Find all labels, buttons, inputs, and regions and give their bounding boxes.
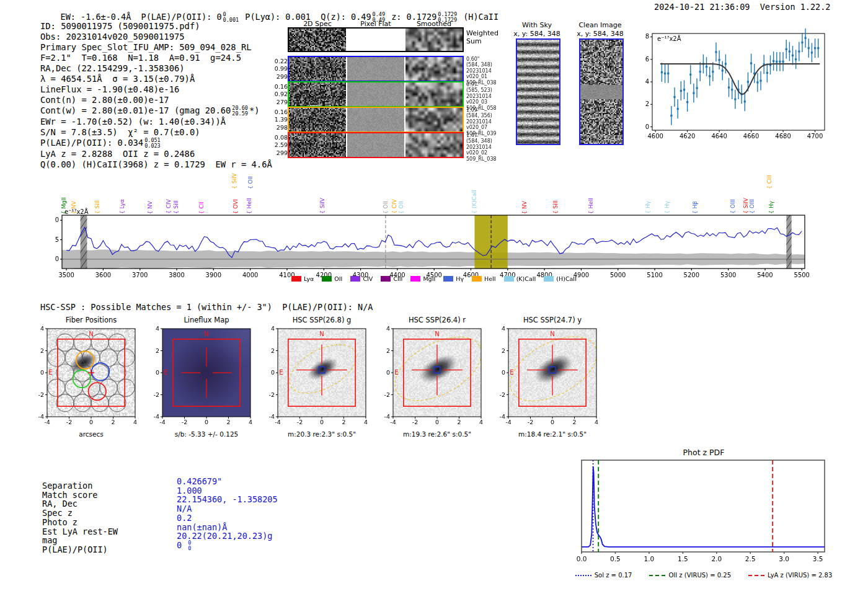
spec2d-row-0 bbox=[289, 57, 463, 81]
timestamp-version: 2024-10-21 21:36:09 Version 1.22.2 bbox=[654, 2, 830, 12]
legend-item-HeII: HeII bbox=[472, 275, 496, 282]
spec2d-weighted-2d-image bbox=[289, 29, 346, 51]
spec2d-weighted-smoothed-image bbox=[405, 29, 463, 51]
info-line-8-post: *) bbox=[249, 105, 260, 115]
spectral-line-label-oii-10: { OII bbox=[247, 176, 254, 189]
spectral-line-label-oiii-23: { OIII bbox=[730, 199, 736, 214]
spectral-line-label-oii-13: { OII bbox=[383, 201, 389, 214]
info-line-8: Cont(w) = 2.80(±0.01)e-17 (gmag 20.6020.… bbox=[40, 105, 272, 117]
withsky-cutout-image bbox=[516, 38, 560, 145]
withsky-title: With Sky x, y: 584, 348 bbox=[507, 21, 567, 38]
spec2d-row-1-flat-image bbox=[347, 82, 404, 106]
hsc-panel-caption-hsc_y: m:18.4 re:2.1" s:0.5" bbox=[496, 430, 609, 438]
sub: 0 bbox=[188, 546, 191, 551]
spectral-line-label-h-22: { Hβ bbox=[692, 201, 698, 214]
spectral-line-label-civ-14: { CIV bbox=[391, 199, 397, 214]
fitplot-flux-unit-label: e⁻¹⁷x2Å bbox=[657, 35, 681, 42]
photz-legend-swatch-0 bbox=[575, 575, 591, 576]
info-line-8-frac: 20.6020.59 bbox=[232, 105, 248, 117]
spectral-line-label-cii-7: { CII bbox=[198, 202, 205, 214]
info-line-12: LyA z = 2.8288 OII z = 0.2486 bbox=[40, 149, 272, 159]
spec2d-row-3-right-label: 1.47" (584, 348) 20231014 v020_02 509_RL… bbox=[466, 133, 503, 162]
spectral-line-label-ly-3: { Lyα bbox=[119, 199, 125, 214]
spec2d-row-3-flat-image bbox=[347, 133, 404, 157]
spectral-line-label-siii-6: { SiII bbox=[173, 200, 179, 214]
info-line-10: S/N = 7.8(±3.5) χ² = 0.7(±0.0) bbox=[40, 127, 272, 138]
spec2d-weighted-row bbox=[289, 29, 463, 51]
hsc-panel-image-hsc_y bbox=[491, 326, 600, 430]
legend-item-CIV: CIV bbox=[350, 275, 373, 282]
legend-swatch bbox=[504, 276, 514, 282]
info-line-11-pre: P(LAE)/P(OII): 0.034 bbox=[40, 138, 143, 148]
photz-legend-item-2: LyA z (VIRUS) = 2.83 bbox=[748, 572, 832, 579]
hsc-panel-title-fiber: Fiber Positions bbox=[35, 316, 148, 324]
detection-info-block: ID: 5090011975 (5090011975.pdf)Obs: 2023… bbox=[40, 21, 272, 169]
match-row-label-7: P(LAE)/P(OII) bbox=[42, 544, 108, 555]
spectral-line-label-h-27: { Hγ bbox=[768, 201, 774, 214]
hsc-panel-image-lineflux bbox=[145, 326, 254, 430]
spectral-line-label-siiv-12: { SiIV bbox=[319, 198, 326, 214]
spectral-line-label-h-20: { Hγ bbox=[645, 201, 651, 214]
photz-legend-label-0: Sol z = 0.17 bbox=[595, 572, 632, 579]
hsc-panel-caption-hsc_r: m:19.3 re:2.6" s:0.5" bbox=[381, 430, 494, 438]
info-line-8-pre: Cont(w) = 2.80(±0.01)e-17 (gmag 20.60 bbox=[40, 105, 231, 115]
elixer-report-page: EW: -1.6±-0.4Å P(LAE)/P(OII): 000.001 P(… bbox=[0, 0, 868, 591]
legend-item-CIII: CIII bbox=[381, 275, 402, 282]
photz-title: Phot z PDF bbox=[639, 448, 769, 457]
summary-line-id: (H)CaII bbox=[458, 12, 498, 22]
info-line-13: Q(0.00) (H)CaII(3968) z = 0.1729 EW r = … bbox=[40, 159, 272, 170]
spectrum-line-legend: LyαOIICIVCIIIMgIIHγHeII(K)CaII(H)CaII bbox=[260, 275, 608, 282]
sub: 0.023 bbox=[144, 143, 161, 149]
info-line-5: λ = 4654.51Å σ = 3.15(±0.79)Å bbox=[40, 74, 272, 84]
hsc-panel-caption-lineflux: s/b: -5.33 +/- 0.125 bbox=[150, 430, 263, 438]
legend-label: (H)CaII bbox=[556, 275, 577, 282]
info-line-3: F=2.1" T=0.168 N=1.18 A=0.91 g=24.5 bbox=[40, 53, 272, 63]
spec2d-weighted-label: Weighted Sum bbox=[466, 30, 498, 46]
hsc-panel-title-hsc_g: HSC SSP(26.8) g bbox=[265, 316, 378, 324]
spectral-line-label-ovi-9: { OVI bbox=[232, 199, 239, 214]
spec2d-row-2-spec-image bbox=[289, 108, 346, 131]
legend-item-Lyα: Lyα bbox=[291, 275, 314, 282]
legend-item-OII: OII bbox=[322, 275, 342, 282]
spec2d-row-1-smooth-image bbox=[405, 82, 463, 106]
legend-label: CIII bbox=[393, 275, 402, 282]
spectral-line-label-heii-11: { HeII bbox=[246, 198, 252, 214]
spec2d-row-1-left-label: 0.16 0.92 279 bbox=[272, 83, 288, 106]
spec2d-row-1-spec-image bbox=[289, 82, 346, 106]
spec2d-row-2-left-label: 0.16 1.39 298 bbox=[272, 109, 288, 131]
legend-label: CIV bbox=[363, 275, 373, 282]
photz-legend: Sol z = 0.17OII z (VIRUS) = 0.25LyA z (V… bbox=[570, 572, 837, 579]
photz-legend-item-1: OII z (VIRUS) = 0.25 bbox=[649, 572, 731, 579]
legend-swatch bbox=[322, 276, 332, 282]
photz-legend-swatch-1 bbox=[649, 575, 665, 576]
photz-pdf-plot bbox=[575, 458, 831, 563]
info-line-0: ID: 5090011975 (5090011975.pdf) bbox=[40, 21, 272, 32]
info-line-11-frac: 0.0510.023 bbox=[144, 138, 161, 149]
hsc-panel-image-hsc_r bbox=[376, 326, 485, 430]
match-value-frac: 00 bbox=[188, 540, 191, 551]
hsc-panel-image-hsc_g bbox=[260, 326, 370, 430]
legend-label: Hγ bbox=[456, 275, 464, 282]
photz-legend-item-0: Sol z = 0.17 bbox=[575, 572, 632, 579]
line-fit-plot bbox=[639, 26, 831, 147]
spectral-line-label-heii-19: { HeII bbox=[588, 198, 594, 214]
legend-label: OII bbox=[334, 275, 342, 282]
legend-swatch bbox=[410, 276, 420, 282]
spectral-line-label-nv-1: { NV bbox=[71, 201, 77, 214]
legend-item-HCaII: (H)CaII bbox=[544, 275, 577, 282]
legend-swatch bbox=[381, 276, 391, 282]
spectral-line-label-siii-2: { SiII bbox=[94, 200, 100, 214]
clean-coords: x, y: 584, 348 bbox=[570, 30, 630, 38]
legend-swatch bbox=[443, 276, 453, 282]
spectral-line-label-siiv-24: { SiIV bbox=[743, 198, 749, 214]
legend-item-KCaII: (K)CaII bbox=[504, 275, 536, 282]
info-line-2: Primary Spec_Slot_IFU_AMP: 509_094_028_R… bbox=[40, 42, 272, 53]
hsc-panel-image-fiber bbox=[30, 326, 139, 430]
spectral-line-label-nv-4: { NV bbox=[147, 201, 153, 214]
info-line-6: LineFlux = -1.90(±0.48)e-16 bbox=[40, 84, 272, 95]
spec2d-row-2-smooth-image bbox=[405, 108, 463, 131]
spectral-line-label-oiii-25: { OIII bbox=[749, 199, 755, 214]
spectral-line-label-ciii-26: { CIII bbox=[766, 175, 773, 189]
spec2d-header-2dspec: 2D Spec bbox=[289, 20, 346, 28]
spectral-line-label-siiv-8: { SiIV bbox=[231, 173, 237, 189]
